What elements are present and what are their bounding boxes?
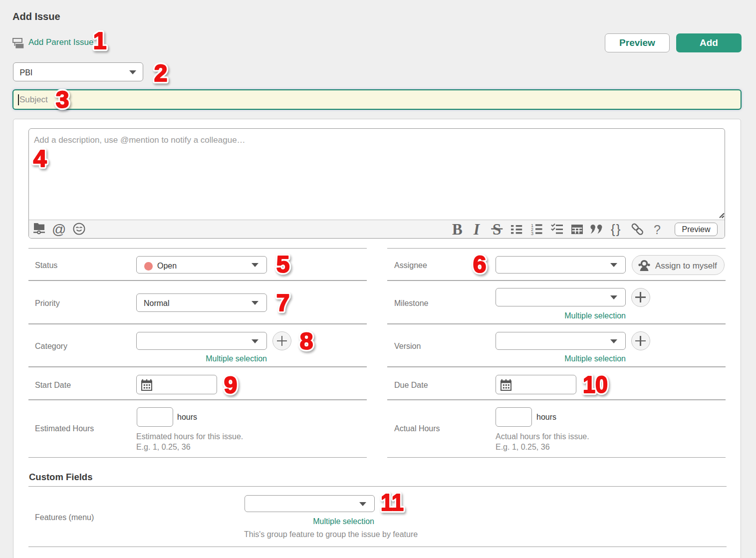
svg-text:B: B [452, 221, 463, 238]
svg-text:3: 3 [531, 231, 533, 236]
svg-text:1: 1 [93, 27, 106, 54]
svg-text:I: I [473, 221, 480, 238]
svg-text:1: 1 [93, 27, 106, 54]
svg-text:2: 2 [154, 60, 168, 86]
svg-text:2: 2 [154, 60, 168, 86]
